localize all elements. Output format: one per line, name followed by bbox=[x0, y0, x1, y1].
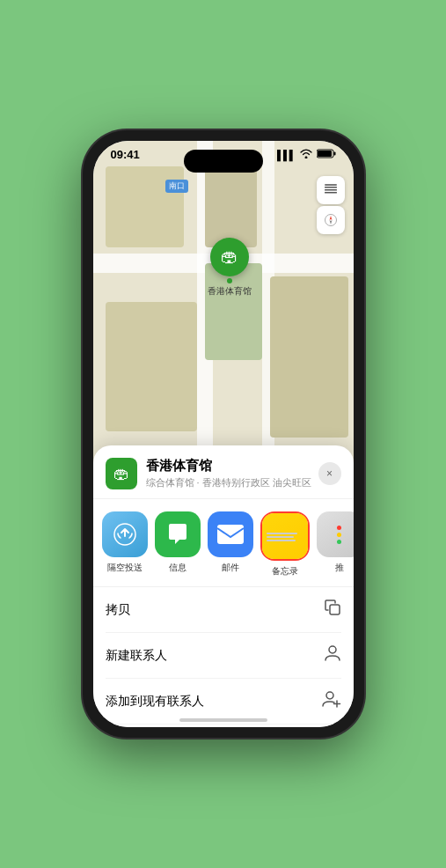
svg-rect-1 bbox=[333, 151, 335, 155]
share-item-messages[interactable]: 信息 bbox=[155, 511, 201, 577]
action-add-note[interactable]: 添加到新快速备忘录 bbox=[106, 725, 341, 727]
svg-rect-11 bbox=[217, 525, 244, 544]
venue-icon: 🏟 bbox=[106, 458, 137, 489]
signal-icon: ▌▌▌ bbox=[277, 150, 295, 160]
messages-label: 信息 bbox=[169, 562, 186, 574]
svg-marker-8 bbox=[329, 216, 332, 220]
svg-rect-2 bbox=[318, 151, 332, 157]
dynamic-island bbox=[184, 150, 263, 173]
more-label: 推 bbox=[335, 562, 344, 574]
dot-green bbox=[337, 540, 341, 544]
map-layers-button[interactable] bbox=[317, 176, 345, 204]
person-icon bbox=[324, 644, 341, 666]
mail-label: 邮件 bbox=[222, 562, 239, 574]
action-list: 拷贝 新建联系人 添加到现有联系人 bbox=[93, 587, 354, 727]
svg-marker-9 bbox=[329, 220, 332, 224]
svg-rect-3 bbox=[325, 187, 337, 188]
map-block-3 bbox=[106, 302, 197, 431]
wifi-icon bbox=[300, 149, 312, 161]
notes-inner bbox=[262, 513, 308, 559]
action-new-contact-label: 新建联系人 bbox=[106, 648, 167, 664]
notes-label: 备忘录 bbox=[272, 565, 298, 577]
share-item-mail[interactable]: 邮件 bbox=[208, 511, 253, 577]
more-dots bbox=[337, 526, 341, 544]
venue-info: 香港体育馆 综合体育馆 · 香港特别行政区 油尖旺区 bbox=[146, 458, 318, 489]
status-time: 09:41 bbox=[111, 148, 140, 161]
more-icon bbox=[317, 511, 354, 557]
map-compass-button[interactable] bbox=[317, 206, 345, 234]
stadium-pin: 🏟 香港体育馆 bbox=[208, 238, 252, 298]
svg-point-14 bbox=[326, 692, 333, 699]
close-icon: × bbox=[326, 467, 333, 480]
phone-frame: 09:41 ▌▌▌ 南口 bbox=[83, 130, 364, 738]
status-icons: ▌▌▌ bbox=[277, 149, 335, 161]
share-row: 隔空投送 信息 邮件 bbox=[93, 499, 354, 587]
airdrop-label: 隔空投送 bbox=[107, 562, 143, 574]
pin-label: 香港体育馆 bbox=[208, 285, 252, 298]
svg-rect-12 bbox=[330, 605, 340, 614]
mail-icon bbox=[208, 511, 253, 557]
dot-yellow bbox=[337, 533, 341, 537]
action-add-existing-label: 添加到现有联系人 bbox=[106, 694, 204, 710]
notes-line-3 bbox=[267, 540, 296, 541]
home-indicator bbox=[179, 718, 267, 722]
venue-subtitle: 综合体育馆 · 香港特别行政区 油尖旺区 bbox=[146, 476, 318, 489]
close-button[interactable]: × bbox=[318, 462, 341, 485]
action-copy-label: 拷贝 bbox=[106, 602, 130, 618]
svg-rect-6 bbox=[325, 184, 337, 186]
action-copy[interactable]: 拷贝 bbox=[106, 587, 341, 633]
map-block-4 bbox=[270, 276, 348, 438]
battery-icon bbox=[317, 149, 336, 161]
venue-name: 香港体育馆 bbox=[146, 458, 318, 474]
svg-rect-5 bbox=[325, 192, 337, 194]
svg-point-13 bbox=[329, 646, 336, 653]
phone-screen: 09:41 ▌▌▌ 南口 bbox=[93, 141, 354, 727]
share-item-notes[interactable]: 备忘录 bbox=[260, 511, 310, 577]
action-new-contact[interactable]: 新建联系人 bbox=[106, 633, 341, 679]
notes-line-1 bbox=[267, 533, 298, 534]
dot-red bbox=[337, 526, 341, 530]
pin-icon: 🏟 bbox=[210, 238, 249, 276]
person-add-icon bbox=[322, 690, 341, 712]
map-area[interactable]: 南口 🏟 香港体育馆 bbox=[93, 141, 354, 463]
sheet-header: 🏟 香港体育馆 综合体育馆 · 香港特别行政区 油尖旺区 × bbox=[93, 445, 354, 499]
airdrop-icon bbox=[102, 511, 148, 557]
pin-dot bbox=[227, 278, 232, 283]
share-item-more[interactable]: 推 bbox=[317, 511, 354, 577]
notes-icon bbox=[262, 513, 308, 559]
map-label-nankou: 南口 bbox=[165, 180, 188, 193]
bottom-sheet: 🏟 香港体育馆 综合体育馆 · 香港特别行政区 油尖旺区 × 隔空投送 bbox=[93, 445, 354, 727]
notes-line-2 bbox=[267, 536, 295, 538]
share-item-airdrop[interactable]: 隔空投送 bbox=[102, 511, 148, 577]
svg-rect-4 bbox=[325, 189, 337, 191]
copy-icon bbox=[324, 599, 341, 621]
messages-icon bbox=[155, 511, 201, 557]
map-controls bbox=[317, 176, 345, 234]
